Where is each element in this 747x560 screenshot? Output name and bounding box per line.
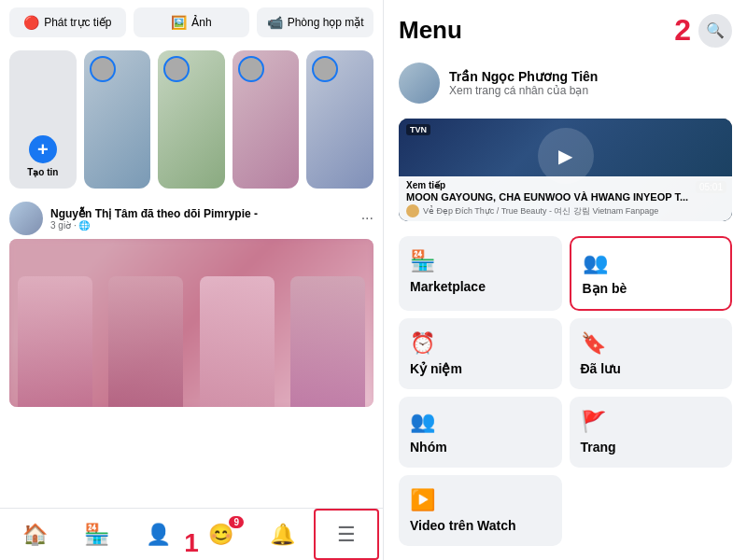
create-story-label: Tạo tin xyxy=(27,167,58,177)
post-meta: Nguyễn Thị Tâm đã theo dõi Pimrypie - 3 … xyxy=(50,207,354,231)
live-icon: 🔴 xyxy=(23,15,39,30)
profile-info: Trần Ngọc Phương Tiên Xem trang cá nhân … xyxy=(449,69,732,97)
story-card-1[interactable] xyxy=(84,50,151,189)
pages-icon: 🚩 xyxy=(581,410,722,434)
menu-item-pages[interactable]: 🚩 Trang xyxy=(570,397,733,468)
menu-title: Menu xyxy=(399,16,462,45)
post-time: 3 giờ · 🌐 xyxy=(50,220,354,231)
post-author-avatar xyxy=(9,202,43,235)
left-panel: 🔴 Phát trực tiếp 🖼️ Ảnh 📹 Phòng họp mặt … xyxy=(0,0,383,560)
post-author-name: Nguyễn Thị Tâm đã theo dõi Pimrypie - xyxy=(50,207,258,220)
room-button[interactable]: 📹 Phòng họp mặt xyxy=(257,7,374,37)
nav-profile[interactable]: 👤 xyxy=(128,509,190,560)
friends-badge: 9 xyxy=(229,516,244,528)
saved-label: Đã lưu xyxy=(581,361,722,376)
groups-icon: 👥 xyxy=(410,410,551,434)
channel-icon xyxy=(406,204,419,217)
menu-item-memories[interactable]: ⏰ Kỷ niệm xyxy=(399,318,562,389)
nav-home[interactable]: 🏠 xyxy=(4,509,65,560)
profile-sub: Xem trang cá nhân của bạn xyxy=(449,84,732,97)
menu-icon: ☰ xyxy=(337,523,356,547)
room-label: Phòng họp mặt xyxy=(288,16,364,29)
pages-label: Trang xyxy=(581,440,722,455)
post-image xyxy=(9,239,374,407)
stories-row: + Tạo tin xyxy=(0,45,383,194)
menu-item-saved[interactable]: 🔖 Đã lưu xyxy=(570,318,733,389)
create-plus-icon: + xyxy=(29,135,57,163)
marketplace-icon: 🏪 xyxy=(410,249,551,273)
post-section: Nguyễn Thị Tâm đã theo dõi Pimrypie - 3 … xyxy=(0,194,383,508)
xem-tiep-label: Xem tiếp xyxy=(406,180,725,190)
story-avatar-3 xyxy=(238,56,264,82)
number-badge-2: 2 xyxy=(674,13,691,48)
bell-icon: 🔔 xyxy=(270,523,295,547)
right-panel: Menu 2 🔍 Trần Ngọc Phương Tiên Xem trang… xyxy=(383,0,747,560)
memories-icon: ⏰ xyxy=(410,331,551,356)
friends-icon: 👥 xyxy=(583,251,720,275)
photo-icon: 🖼️ xyxy=(171,15,187,30)
action-buttons-row: 🔴 Phát trực tiếp 🖼️ Ảnh 📹 Phòng họp mặt xyxy=(0,0,383,45)
watch-label: Video trên Watch xyxy=(410,518,551,533)
menu-grid: 🏪 Marketplace 👥 Bạn bè ⏰ Kỷ niệm 🔖 Đã lư… xyxy=(384,229,747,553)
profile-name: Trần Ngọc Phương Tiên xyxy=(449,69,732,84)
nav-store[interactable]: 🏪 xyxy=(65,509,127,560)
profile-avatar xyxy=(399,63,440,104)
menu-item-groups[interactable]: 👥 Nhóm xyxy=(399,397,562,468)
home-icon: 🏠 xyxy=(22,523,48,547)
menu-item-friends[interactable]: 👥 Bạn bè xyxy=(570,236,733,311)
menu-item-watch[interactable]: ▶️ Video trên Watch xyxy=(399,475,562,546)
video-title: MOON GAYOUNG, CHA EUNWOO VÀ HWANG INYEOP… xyxy=(406,191,725,203)
saved-icon: 🔖 xyxy=(581,331,722,356)
search-icon: 🔍 xyxy=(706,21,725,39)
menu-header: Menu 2 🔍 xyxy=(384,0,747,55)
video-channel-name: Vẻ Đẹp Đích Thực / True Beauty - 여신 강림 V… xyxy=(423,205,658,217)
nav-friends[interactable]: 😊 9 xyxy=(190,509,251,560)
create-story-card[interactable]: + Tạo tin xyxy=(9,50,77,189)
post-header: Nguyễn Thị Tâm đã theo dõi Pimrypie - 3 … xyxy=(9,194,374,239)
story-card-2[interactable] xyxy=(158,50,225,189)
video-info-bar: Xem tiếp MOON GAYOUNG, CHA EUNWOO VÀ HWA… xyxy=(399,176,732,221)
photo-button[interactable]: 🖼️ Ảnh xyxy=(134,7,250,37)
groups-label: Nhóm xyxy=(410,440,551,455)
search-button[interactable]: 🔍 xyxy=(698,14,732,48)
marketplace-label: Marketplace xyxy=(410,279,551,294)
photo-label: Ảnh xyxy=(191,16,211,29)
live-button[interactable]: 🔴 Phát trực tiếp xyxy=(9,7,126,37)
story-avatar-4 xyxy=(312,56,338,82)
video-channel: Vẻ Đẹp Đích Thực / True Beauty - 여신 강림 V… xyxy=(406,204,725,217)
menu-item-marketplace[interactable]: 🏪 Marketplace xyxy=(399,236,562,311)
video-overlay-text: TVN xyxy=(406,124,430,135)
profile-icon: 👤 xyxy=(146,523,171,547)
story-card-3[interactable] xyxy=(233,50,300,189)
friends-label: Bạn bè xyxy=(583,281,720,296)
story-card-4[interactable] xyxy=(306,50,374,189)
bottom-nav: 🏠 🏪 👤 😊 9 🔔 ☰ 1 xyxy=(0,508,383,560)
nav-menu[interactable]: ☰ xyxy=(314,509,379,560)
live-label: Phát trực tiếp xyxy=(44,16,111,29)
room-icon: 📹 xyxy=(267,15,283,30)
watch-icon: ▶️ xyxy=(410,488,551,512)
post-options-icon[interactable]: ··· xyxy=(361,210,374,227)
story-avatar-1 xyxy=(90,56,116,82)
story-avatar-2 xyxy=(163,56,190,82)
video-card[interactable]: ▶ TVN 05:01 Xem tiếp MOON GAYOUNG, CHA E… xyxy=(399,119,732,221)
profile-row[interactable]: Trần Ngọc Phương Tiên Xem trang cá nhân … xyxy=(384,55,747,111)
nav-bell[interactable]: 🔔 xyxy=(251,509,313,560)
store-icon: 🏪 xyxy=(84,523,109,547)
memories-label: Kỷ niệm xyxy=(410,361,551,376)
